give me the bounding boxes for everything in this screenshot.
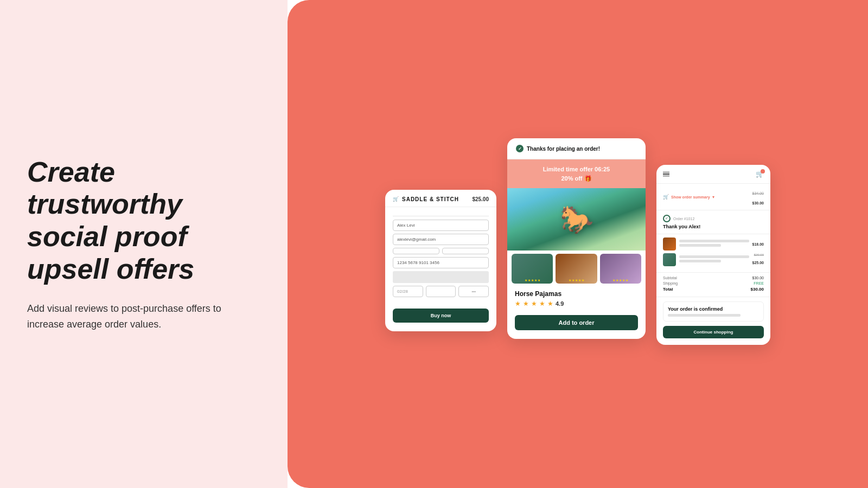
card1-body: Alex Levi alexlevi@gmail.com 1234 5678 9… — [385, 207, 496, 305]
order-placed-text: Thanks for placing an order! — [527, 146, 600, 152]
item-image-1 — [663, 237, 676, 251]
check-circle-icon: ✓ — [516, 145, 524, 152]
rating-number: 4.9 — [556, 300, 564, 307]
star3: ★ — [531, 278, 534, 282]
zip-field[interactable] — [442, 248, 489, 254]
checkout-price: $25.00 — [472, 196, 489, 202]
offer-banner: Limited time offer 06:25 20% off 🎁 — [507, 159, 646, 188]
total-label: Total — [663, 287, 673, 292]
card2-header: ✓ Thanks for placing an order! — [507, 138, 646, 159]
rating-row: ★ ★ ★ ★ ★ 4.9 — [515, 300, 638, 307]
item-price-2: $25.00 — [752, 261, 764, 265]
left-panel: Create trustworthy social proof upsell o… — [0, 0, 288, 488]
thumbnail-2[interactable]: ★ ★ ★ ★ ★ — [556, 254, 597, 284]
star-filled-2: ★ — [523, 300, 529, 307]
horse-image-placeholder: 🐎 — [507, 188, 646, 251]
star4: ★ — [534, 278, 537, 282]
product-image: 🐎 — [507, 188, 646, 251]
checkout-card: 🛒 SADDLE & STITCH $25.00 Alex Levi alexl… — [385, 190, 496, 331]
offer-line1: Limited time offer 06:25 — [516, 165, 637, 174]
chevron-down-icon: ▾ — [712, 195, 714, 200]
confirmed-box: Your order is confirmed — [663, 301, 764, 322]
card3-header: 🛒 — [656, 165, 770, 184]
cart-badge — [761, 169, 765, 174]
total-value: $30.00 — [751, 287, 764, 292]
product-info: Horse Pajamas ★ ★ ★ ★ ★ 4.9 — [507, 287, 646, 315]
subtotal-row: Subtotal $30.00 — [663, 276, 764, 280]
shipping-row: Shipping FREE — [663, 281, 764, 285]
item-price-original-2: $29.00 — [752, 253, 764, 256]
offer-line2: 20% off 🎁 — [516, 174, 637, 183]
subtext: Add visual reviews to post-purchase offe… — [27, 301, 260, 332]
item-price-1: $18.00 — [752, 242, 764, 246]
card2-footer: Add to order — [507, 315, 646, 330]
thumb3-stars: ★ ★ ★ ★ ★ — [612, 278, 628, 282]
brand-name: SADDLE & STITCH — [402, 196, 459, 202]
email-field[interactable]: alexlevi@gmail.com — [393, 234, 489, 245]
horse-icon: 🐎 — [560, 204, 593, 235]
order-items-section: $18.00 $29.00 $25.00 — [656, 234, 770, 273]
address-field[interactable] — [393, 271, 489, 283]
confirmed-line — [668, 314, 741, 317]
thumbnail-1[interactable]: ★ ★ ★ ★ ★ — [512, 254, 553, 284]
order-confirmed-section: ✓ Order #1012 Thank you Alex! — [656, 210, 770, 234]
star-filled-3: ★ — [531, 300, 537, 307]
card1-header: 🛒 SADDLE & STITCH $25.00 — [385, 190, 496, 207]
shipping-label: Shipping — [663, 281, 678, 285]
check-icon: ✓ — [663, 215, 671, 222]
star1: ★ — [525, 278, 527, 282]
confirmed-title: Your order is confirmed — [668, 306, 759, 312]
cart-icon: 🛒 — [393, 196, 399, 202]
item-image-2 — [663, 253, 676, 266]
right-panel: 🛒 SADDLE & STITCH $25.00 Alex Levi alexl… — [288, 0, 868, 488]
price-col: $34.00 $30.00 — [752, 187, 764, 207]
order-item-1: $18.00 — [663, 237, 764, 251]
product-name: Horse Pajamas — [515, 290, 638, 298]
dots-field: ••• — [458, 286, 489, 297]
order-totals: Subtotal $30.00 Shipping FREE Total $30.… — [656, 273, 770, 297]
subtotal-value: $30.00 — [752, 276, 764, 280]
order-item-2: $29.00 $25.00 — [663, 253, 764, 266]
star2: ★ — [528, 278, 531, 282]
city-field[interactable] — [393, 248, 439, 254]
divider — [393, 216, 489, 216]
star-filled-1: ★ — [515, 300, 521, 307]
order-number: Order #1012 — [673, 217, 694, 221]
expiry-field[interactable]: 02/28 — [393, 286, 423, 297]
cart-wrapper: 🛒 — [756, 170, 764, 178]
card-number-field[interactable]: 1234 5678 9101 3456 — [393, 257, 489, 268]
item-price-col-2: $29.00 $25.00 — [752, 253, 764, 266]
add-to-order-button[interactable]: Add to order — [515, 315, 638, 330]
original-price: $34.00 — [752, 191, 764, 195]
subtotal-label: Subtotal — [663, 276, 677, 280]
hamburger-icon[interactable] — [663, 172, 669, 177]
shipping-value: FREE — [754, 281, 764, 285]
cvv-placeholder[interactable] — [426, 286, 456, 297]
thank-you-text: Thank you Alex! — [663, 224, 764, 229]
item-details-1 — [679, 240, 749, 248]
order-summary-row[interactable]: 🛒 Show order summary ▾ $34.00 $30.00 — [656, 184, 770, 210]
item-details-2 — [679, 255, 749, 264]
cart-small-icon: 🛒 — [663, 194, 669, 200]
headline: Create trustworthy social proof upsell o… — [27, 156, 260, 286]
total-row: Total $30.00 — [663, 287, 764, 292]
upsell-card: ✓ Thanks for placing an order! Limited t… — [507, 138, 646, 339]
star-half: ★ — [547, 300, 553, 307]
order-number-row: ✓ Order #1012 — [663, 215, 764, 222]
thumb2-stars: ★ ★ ★ ★ ★ — [569, 278, 584, 282]
buy-now-button[interactable]: Buy now — [393, 309, 489, 323]
thumb1-stars: ★ ★ ★ ★ ★ — [525, 278, 540, 282]
form-row-payment: 02/28 ••• — [393, 286, 489, 297]
star5: ★ — [538, 278, 540, 282]
name-field[interactable]: Alex Levi — [393, 220, 489, 231]
form-row-location — [393, 248, 489, 254]
thumbnails-row: ★ ★ ★ ★ ★ ★ ★ ★ ★ ★ ★ ★ — [507, 251, 646, 287]
thumbnail-3[interactable]: ★ ★ ★ ★ ★ — [600, 254, 641, 284]
continue-shopping-button[interactable]: Continue shopping — [663, 326, 764, 338]
star-filled-4: ★ — [539, 300, 545, 307]
current-price: $30.00 — [752, 201, 764, 205]
confirmation-card: 🛒 🛒 Show order summary ▾ $34.00 $30.00 ✓… — [656, 165, 770, 345]
show-order-summary[interactable]: Show order summary — [671, 195, 710, 199]
